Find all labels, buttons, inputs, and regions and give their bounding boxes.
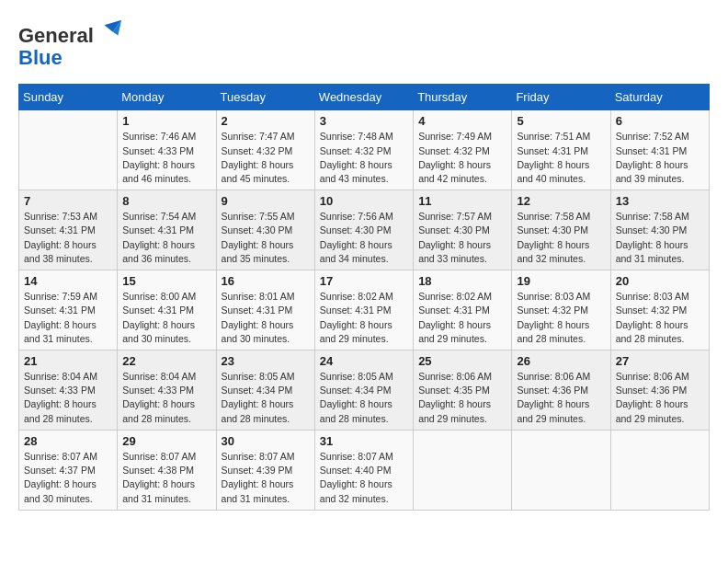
weekday-header: Saturday [610,85,709,110]
calendar-cell: 8Sunrise: 7:54 AM Sunset: 4:31 PM Daylig… [118,190,216,270]
day-number: 23 [222,354,310,368]
day-info: Sunrise: 8:04 AM Sunset: 4:33 PM Dayligh… [122,370,210,426]
day-info: Sunrise: 7:47 AM Sunset: 4:32 PM Dayligh… [222,130,310,186]
day-info: Sunrise: 8:00 AM Sunset: 4:31 PM Dayligh… [122,290,210,346]
calendar-cell: 19Sunrise: 8:03 AM Sunset: 4:32 PM Dayli… [512,270,610,350]
calendar-cell: 28Sunrise: 8:07 AM Sunset: 4:37 PM Dayli… [19,430,118,510]
day-number: 5 [517,114,605,128]
weekday-header: Wednesday [314,85,413,110]
calendar-cell: 20Sunrise: 8:03 AM Sunset: 4:32 PM Dayli… [610,270,709,350]
logo-blue: Blue [18,46,63,69]
day-info: Sunrise: 8:05 AM Sunset: 4:34 PM Dayligh… [222,370,310,426]
day-number: 1 [122,114,210,128]
calendar-cell [610,430,709,510]
day-number: 30 [222,434,310,448]
day-number: 16 [222,274,310,288]
day-number: 7 [24,194,112,208]
day-number: 28 [24,434,112,448]
calendar-cell: 23Sunrise: 8:05 AM Sunset: 4:34 PM Dayli… [216,350,314,431]
day-info: Sunrise: 7:58 AM Sunset: 4:30 PM Dayligh… [616,210,704,266]
day-info: Sunrise: 7:58 AM Sunset: 4:30 PM Dayligh… [517,210,605,266]
day-number: 19 [517,274,605,288]
calendar-cell: 1Sunrise: 7:46 AM Sunset: 4:33 PM Daylig… [118,110,216,190]
calendar-cell: 13Sunrise: 7:58 AM Sunset: 4:30 PM Dayli… [610,190,709,270]
day-info: Sunrise: 8:06 AM Sunset: 4:36 PM Dayligh… [616,370,704,426]
day-info: Sunrise: 8:05 AM Sunset: 4:34 PM Dayligh… [320,370,408,426]
weekday-header: Monday [118,85,216,110]
day-number: 29 [122,434,210,448]
calendar-cell: 2Sunrise: 7:47 AM Sunset: 4:32 PM Daylig… [216,110,314,190]
calendar-cell: 10Sunrise: 7:56 AM Sunset: 4:30 PM Dayli… [314,190,413,270]
logo: General Blue [18,18,123,69]
weekday-header: Sunday [19,85,118,110]
calendar-cell [19,110,118,190]
weekday-header: Tuesday [216,85,314,110]
calendar-cell: 9Sunrise: 7:55 AM Sunset: 4:30 PM Daylig… [216,190,314,270]
day-info: Sunrise: 8:02 AM Sunset: 4:31 PM Dayligh… [320,290,408,346]
day-info: Sunrise: 8:03 AM Sunset: 4:32 PM Dayligh… [517,290,605,346]
weekday-header: Thursday [414,85,512,110]
calendar-cell: 25Sunrise: 8:06 AM Sunset: 4:35 PM Dayli… [414,350,512,431]
day-info: Sunrise: 8:07 AM Sunset: 4:39 PM Dayligh… [222,450,310,506]
calendar-cell: 29Sunrise: 8:07 AM Sunset: 4:38 PM Dayli… [118,430,216,510]
day-info: Sunrise: 8:06 AM Sunset: 4:36 PM Dayligh… [517,370,605,426]
calendar-cell: 3Sunrise: 7:48 AM Sunset: 4:32 PM Daylig… [314,110,413,190]
day-info: Sunrise: 7:49 AM Sunset: 4:32 PM Dayligh… [418,130,506,186]
calendar-cell [414,430,512,510]
day-info: Sunrise: 7:59 AM Sunset: 4:31 PM Dayligh… [24,290,112,346]
day-number: 17 [320,274,408,288]
day-info: Sunrise: 7:53 AM Sunset: 4:31 PM Dayligh… [24,210,112,266]
day-number: 11 [418,194,506,208]
calendar-cell: 24Sunrise: 8:05 AM Sunset: 4:34 PM Dayli… [314,350,413,431]
day-info: Sunrise: 8:03 AM Sunset: 4:32 PM Dayligh… [616,290,704,346]
day-info: Sunrise: 8:02 AM Sunset: 4:31 PM Dayligh… [418,290,506,346]
day-number: 9 [222,194,310,208]
calendar-cell: 27Sunrise: 8:06 AM Sunset: 4:36 PM Dayli… [610,350,709,431]
calendar-cell: 15Sunrise: 8:00 AM Sunset: 4:31 PM Dayli… [118,270,216,350]
day-number: 31 [320,434,408,448]
calendar-cell: 18Sunrise: 8:02 AM Sunset: 4:31 PM Dayli… [414,270,512,350]
day-info: Sunrise: 7:56 AM Sunset: 4:30 PM Dayligh… [320,210,408,266]
day-number: 6 [616,114,704,128]
day-info: Sunrise: 8:07 AM Sunset: 4:38 PM Dayligh… [122,450,210,506]
calendar-cell: 30Sunrise: 8:07 AM Sunset: 4:39 PM Dayli… [216,430,314,510]
day-number: 26 [517,354,605,368]
day-number: 12 [517,194,605,208]
page-header: General Blue [18,18,710,69]
calendar-cell: 26Sunrise: 8:06 AM Sunset: 4:36 PM Dayli… [512,350,610,431]
day-number: 20 [616,274,704,288]
calendar-cell: 22Sunrise: 8:04 AM Sunset: 4:33 PM Dayli… [118,350,216,431]
day-info: Sunrise: 8:04 AM Sunset: 4:33 PM Dayligh… [24,370,112,426]
calendar-cell: 21Sunrise: 8:04 AM Sunset: 4:33 PM Dayli… [19,350,118,431]
logo-bird-icon [97,17,123,42]
weekday-header: Friday [512,85,610,110]
day-number: 8 [122,194,210,208]
day-info: Sunrise: 7:57 AM Sunset: 4:30 PM Dayligh… [418,210,506,266]
day-info: Sunrise: 8:07 AM Sunset: 4:40 PM Dayligh… [320,450,408,506]
calendar-table: SundayMondayTuesdayWednesdayThursdayFrid… [18,84,710,510]
day-info: Sunrise: 7:48 AM Sunset: 4:32 PM Dayligh… [320,130,408,186]
day-info: Sunrise: 7:52 AM Sunset: 4:31 PM Dayligh… [616,130,704,186]
calendar-cell: 14Sunrise: 7:59 AM Sunset: 4:31 PM Dayli… [19,270,118,350]
day-number: 2 [222,114,310,128]
calendar-cell: 31Sunrise: 8:07 AM Sunset: 4:40 PM Dayli… [314,430,413,510]
day-number: 22 [122,354,210,368]
calendar-cell: 16Sunrise: 8:01 AM Sunset: 4:31 PM Dayli… [216,270,314,350]
calendar-cell: 6Sunrise: 7:52 AM Sunset: 4:31 PM Daylig… [610,110,709,190]
day-info: Sunrise: 7:51 AM Sunset: 4:31 PM Dayligh… [517,130,605,186]
day-info: Sunrise: 8:01 AM Sunset: 4:31 PM Dayligh… [222,290,310,346]
calendar-cell: 17Sunrise: 8:02 AM Sunset: 4:31 PM Dayli… [314,270,413,350]
day-number: 21 [24,354,112,368]
day-info: Sunrise: 8:07 AM Sunset: 4:37 PM Dayligh… [24,450,112,506]
calendar-cell: 7Sunrise: 7:53 AM Sunset: 4:31 PM Daylig… [19,190,118,270]
calendar-cell: 12Sunrise: 7:58 AM Sunset: 4:30 PM Dayli… [512,190,610,270]
day-number: 4 [418,114,506,128]
day-number: 14 [24,274,112,288]
day-info: Sunrise: 8:06 AM Sunset: 4:35 PM Dayligh… [418,370,506,426]
calendar-cell [512,430,610,510]
calendar-cell: 11Sunrise: 7:57 AM Sunset: 4:30 PM Dayli… [414,190,512,270]
day-info: Sunrise: 7:54 AM Sunset: 4:31 PM Dayligh… [122,210,210,266]
day-info: Sunrise: 7:46 AM Sunset: 4:33 PM Dayligh… [122,130,210,186]
day-number: 27 [616,354,704,368]
day-number: 15 [122,274,210,288]
